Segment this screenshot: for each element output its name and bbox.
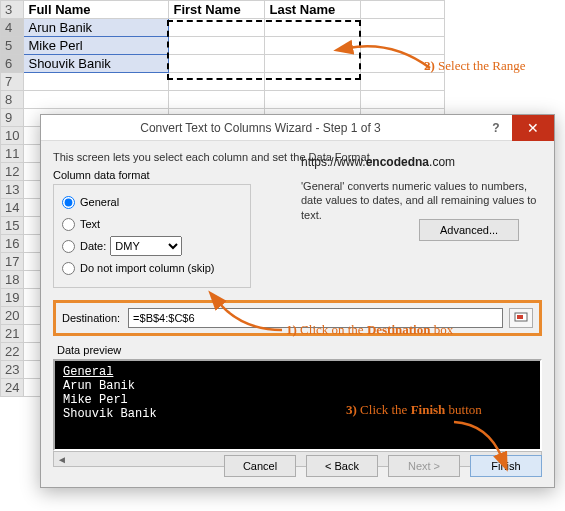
dialog: Convert Text to Columns Wizard - Step 1 … [40, 114, 555, 488]
row-header[interactable]: 5 [1, 37, 24, 55]
col-header-b[interactable]: First Name [169, 1, 265, 19]
help-button[interactable]: ? [480, 121, 512, 135]
format-group: General Text Date: DMY Do not import col… [53, 184, 251, 288]
radio-skip[interactable] [62, 262, 75, 275]
general-description: 'General' converts numeric values to num… [301, 179, 541, 222]
range-picker-button[interactable] [509, 308, 533, 328]
dialog-title: Convert Text to Columns Wizard - Step 1 … [41, 121, 480, 135]
destination-row: Destination: [53, 300, 542, 336]
row-header[interactable]: 6 [1, 55, 24, 73]
cell-a6[interactable]: Shouvik Banik [24, 55, 169, 73]
col-header-a[interactable]: Full Name [24, 1, 169, 19]
finish-button[interactable]: Finish [470, 455, 542, 477]
data-preview: General Arun Banik Mike Perl Shouvik Ban… [53, 359, 542, 451]
row-header[interactable]: 3 [1, 1, 24, 19]
cell-a5[interactable]: Mike Perl [24, 37, 169, 55]
next-button: Next > [388, 455, 460, 477]
destination-label: Destination: [62, 312, 120, 324]
col-header-c[interactable]: Last Name [265, 1, 361, 19]
row-header[interactable]: 4 [1, 19, 24, 37]
close-button[interactable]: ✕ [512, 115, 554, 141]
radio-date[interactable] [62, 240, 75, 253]
preview-label: Data preview [57, 344, 542, 356]
radio-general[interactable] [62, 196, 75, 209]
cell-a4[interactable]: Arun Banik [24, 19, 169, 37]
back-button[interactable]: < Back [306, 455, 378, 477]
radio-text[interactable] [62, 218, 75, 231]
date-format-select[interactable]: DMY [110, 236, 182, 256]
cancel-button[interactable]: Cancel [224, 455, 296, 477]
cell[interactable] [361, 1, 445, 19]
watermark-url: https://www.encodedna.com [301, 155, 541, 169]
collapse-dialog-icon [514, 312, 528, 324]
advanced-button[interactable]: Advanced... [419, 219, 519, 241]
svg-rect-1 [517, 315, 523, 319]
destination-input[interactable] [128, 308, 503, 328]
